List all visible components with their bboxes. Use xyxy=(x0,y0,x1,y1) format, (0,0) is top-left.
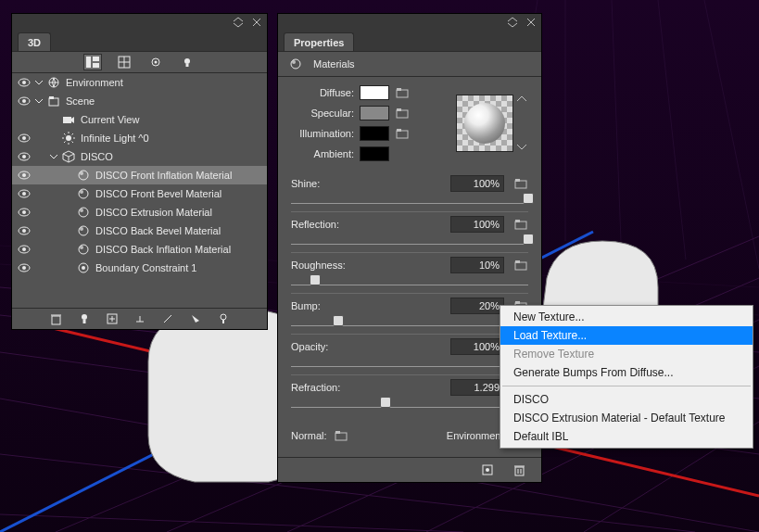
scene-row[interactable]: DISCO Back Bevel Material xyxy=(12,222,267,240)
texture-picker-shine-icon[interactable] xyxy=(513,176,528,191)
scene-row[interactable]: DISCO Front Inflation Material xyxy=(12,166,267,184)
svg-point-68 xyxy=(22,247,26,251)
texture-context-menu[interactable]: New Texture...Load Texture...Remove Text… xyxy=(500,305,753,449)
texture-picker-illumination-icon[interactable] xyxy=(395,126,410,141)
scene-row[interactable]: DISCO Extrusion Material xyxy=(12,203,267,222)
expand-toggle-icon[interactable] xyxy=(47,150,60,163)
expand-toggle-icon[interactable] xyxy=(32,76,45,89)
footer-spot-icon[interactable] xyxy=(186,310,205,327)
texture-picker-diffuse-icon[interactable] xyxy=(395,85,410,100)
slider-opacity[interactable] xyxy=(291,359,528,367)
scene-row[interactable]: DISCO Front Bevel Material xyxy=(12,184,267,203)
value-bump[interactable]: 20% xyxy=(450,298,504,314)
visibility-toggle-icon[interactable] xyxy=(16,204,32,221)
svg-rect-98 xyxy=(515,260,520,263)
slider-thumb[interactable] xyxy=(380,397,391,408)
swatch-specular[interactable] xyxy=(360,106,389,120)
slider-thumb[interactable] xyxy=(333,315,344,326)
footer-light-icon[interactable] xyxy=(75,310,94,327)
texture-picker-reflection-icon[interactable] xyxy=(513,217,528,232)
footer-new-material-icon[interactable] xyxy=(478,462,497,478)
mesh-icon xyxy=(60,148,77,165)
toolbar-render-icon[interactable] xyxy=(146,54,165,70)
svg-rect-20 xyxy=(93,57,99,61)
slider-bump[interactable] xyxy=(291,318,528,326)
expand-toggle-icon[interactable] xyxy=(32,95,45,108)
scene-icon xyxy=(45,93,62,109)
svg-rect-36 xyxy=(49,96,54,99)
scene-tree[interactable]: EnvironmentSceneCurrent ViewInfinite Lig… xyxy=(12,73,267,308)
panel-close-icon[interactable] xyxy=(525,16,538,29)
menu-item[interactable]: DISCO xyxy=(500,390,753,409)
slider-reflection[interactable] xyxy=(291,236,528,245)
texture-picker-normal-icon[interactable] xyxy=(335,428,348,443)
visibility-toggle-icon[interactable] xyxy=(16,111,32,128)
footer-trash-icon[interactable] xyxy=(510,462,528,478)
visibility-toggle-icon[interactable] xyxy=(16,260,32,276)
label-bump: Bump: xyxy=(291,300,450,311)
menu-item[interactable]: Generate Bumps From Diffuse... xyxy=(500,363,753,382)
slider-row-refraction: Refraction:1.299 xyxy=(291,379,528,415)
scene-row[interactable]: Boundary Constraint 1 xyxy=(12,259,267,277)
footer-null-icon[interactable] xyxy=(158,310,177,327)
value-opacity[interactable]: 100% xyxy=(450,338,504,355)
value-shine[interactable]: 100% xyxy=(450,175,504,192)
chevron-up-icon[interactable] xyxy=(517,95,526,103)
menu-item[interactable]: DISCO Extrusion Material - Default Textu… xyxy=(500,409,753,427)
scene-toolbar xyxy=(12,52,267,73)
scene-row[interactable]: Scene xyxy=(12,92,267,110)
swatch-illumination[interactable] xyxy=(360,126,389,141)
swatch-ambient[interactable] xyxy=(360,146,389,161)
footer-bulb-icon[interactable] xyxy=(214,310,233,327)
visibility-toggle-icon[interactable] xyxy=(16,241,32,258)
slider-thumb[interactable] xyxy=(523,193,534,204)
panel-close-icon[interactable] xyxy=(250,16,263,29)
menu-item[interactable]: Default IBL xyxy=(500,427,753,446)
slider-refraction[interactable] xyxy=(291,399,528,408)
menu-item[interactable]: Load Texture... xyxy=(500,326,753,345)
tab-properties[interactable]: Properties xyxy=(284,32,354,51)
toolbar-grid-icon[interactable] xyxy=(115,54,133,70)
slider-roughness[interactable] xyxy=(291,277,528,285)
svg-rect-94 xyxy=(515,179,520,182)
panel-scene-header[interactable] xyxy=(12,14,267,31)
material-preview-scroll[interactable] xyxy=(517,95,528,151)
footer-new-icon[interactable] xyxy=(103,310,121,327)
value-roughness[interactable]: 10% xyxy=(450,257,504,273)
texture-picker-roughness-icon[interactable] xyxy=(513,258,528,272)
slider-thumb[interactable] xyxy=(310,274,321,285)
visibility-toggle-icon[interactable] xyxy=(16,130,32,146)
scene-row[interactable]: DISCO Back Inflation Material xyxy=(12,240,267,259)
scene-row[interactable]: Environment xyxy=(12,73,267,92)
visibility-toggle-icon[interactable] xyxy=(16,185,32,202)
svg-point-62 xyxy=(80,209,83,212)
panel-props-header[interactable] xyxy=(278,14,541,31)
svg-rect-88 xyxy=(397,88,401,91)
camera-icon xyxy=(60,111,77,128)
scene-row[interactable]: DISCO xyxy=(12,147,267,166)
menu-item[interactable]: New Texture... xyxy=(500,308,753,326)
visibility-toggle-icon[interactable] xyxy=(16,93,32,109)
footer-trash-icon[interactable] xyxy=(47,310,66,327)
visibility-toggle-icon[interactable] xyxy=(16,74,32,91)
texture-picker-specular-icon[interactable] xyxy=(395,106,410,120)
scene-row[interactable]: Infinite Light ^0 xyxy=(12,129,267,147)
toolbar-light-icon[interactable] xyxy=(178,54,196,70)
slider-shine[interactable] xyxy=(291,196,528,204)
svg-point-56 xyxy=(22,192,26,196)
toolbar-panel-layout-icon[interactable] xyxy=(83,54,102,70)
visibility-toggle-icon[interactable] xyxy=(16,222,32,239)
chevron-down-icon[interactable] xyxy=(517,144,526,151)
slider-thumb[interactable] xyxy=(523,234,534,245)
value-reflection[interactable]: 100% xyxy=(450,216,504,233)
tab-3d[interactable]: 3D xyxy=(18,32,51,51)
visibility-toggle-icon[interactable] xyxy=(16,148,32,165)
visibility-toggle-icon[interactable] xyxy=(16,167,32,184)
swatch-diffuse[interactable] xyxy=(360,85,389,100)
value-refraction[interactable]: 1.299 xyxy=(450,379,504,396)
footer-ground-icon[interactable] xyxy=(131,310,149,327)
panel-menu-icon[interactable] xyxy=(506,16,519,29)
scene-row[interactable]: Current View xyxy=(12,110,267,129)
material-preview-sphere[interactable] xyxy=(456,95,513,152)
panel-menu-icon[interactable] xyxy=(232,16,245,29)
